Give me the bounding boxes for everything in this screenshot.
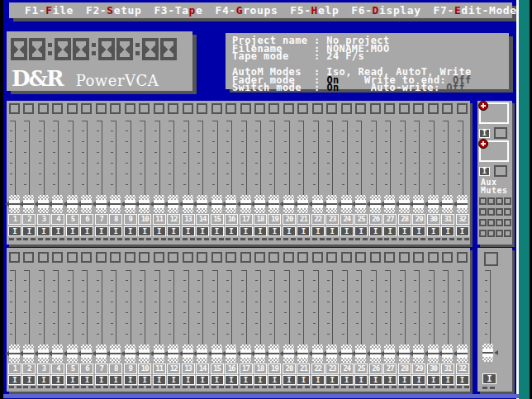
- channel-top-button[interactable]: [139, 252, 150, 263]
- channel-top-button[interactable]: [413, 252, 424, 263]
- channel-iso-button[interactable]: I: [354, 226, 368, 236]
- channel-iso-button[interactable]: I: [311, 226, 325, 236]
- fader-knob[interactable]: [23, 195, 34, 213]
- channel-top-button[interactable]: [154, 103, 164, 114]
- channel-top-button[interactable]: [428, 252, 439, 263]
- channel-top-button[interactable]: [370, 252, 381, 263]
- fader-knob[interactable]: [399, 195, 410, 213]
- fader-knob[interactable]: [110, 344, 121, 363]
- fader-knob[interactable]: [297, 195, 308, 213]
- channel-iso-button[interactable]: I: [37, 375, 50, 385]
- channel-top-button[interactable]: [81, 252, 92, 263]
- channel-iso-button[interactable]: I: [325, 375, 339, 385]
- fader-knob[interactable]: [211, 344, 222, 363]
- fader-knob[interactable]: [23, 344, 34, 363]
- channel-top-button[interactable]: [23, 103, 34, 114]
- channel-top-button[interactable]: [341, 103, 352, 114]
- channel-iso-button[interactable]: I: [8, 226, 21, 236]
- fader-knob[interactable]: [413, 195, 424, 213]
- channel-top-button[interactable]: [168, 252, 178, 263]
- channel-iso-button[interactable]: I: [138, 226, 151, 236]
- master-iso-button[interactable]: I: [482, 373, 496, 384]
- fader-knob[interactable]: [211, 195, 222, 213]
- fader-knob[interactable]: [96, 195, 107, 213]
- channel-top-button[interactable]: [183, 252, 193, 263]
- fader-knob[interactable]: [326, 344, 337, 363]
- channel-top-button[interactable]: [110, 252, 121, 263]
- channel-top-button[interactable]: [211, 103, 222, 114]
- channel-iso-button[interactable]: I: [225, 226, 238, 236]
- aux-mute-button[interactable]: [487, 197, 495, 205]
- channel-top-button[interactable]: [254, 103, 265, 114]
- fader-knob[interactable]: [268, 344, 279, 363]
- channel-iso-button[interactable]: I: [268, 375, 281, 385]
- menu-item-setup[interactable]: F2-Setup: [86, 4, 141, 17]
- channel-top-button[interactable]: [23, 252, 34, 263]
- group-select-button-2[interactable]: [494, 165, 507, 177]
- channel-iso-button[interactable]: I: [95, 375, 108, 385]
- channel-iso-button[interactable]: I: [8, 375, 21, 385]
- channel-top-button[interactable]: [9, 252, 20, 263]
- channel-top-button[interactable]: [125, 103, 135, 114]
- fader-knob[interactable]: [110, 195, 121, 213]
- channel-iso-button[interactable]: I: [311, 375, 325, 385]
- channel-iso-button[interactable]: I: [66, 375, 79, 385]
- channel-iso-button[interactable]: I: [340, 226, 354, 236]
- fader-knob[interactable]: [384, 344, 395, 363]
- channel-top-button[interactable]: [125, 252, 135, 263]
- channel-iso-button[interactable]: I: [80, 226, 93, 236]
- channel-top-button[interactable]: [197, 252, 207, 263]
- group-select-button-1[interactable]: [494, 127, 507, 139]
- channel-top-button[interactable]: [442, 252, 453, 263]
- channel-iso-button[interactable]: I: [225, 375, 238, 385]
- channel-iso-button[interactable]: I: [254, 375, 267, 385]
- channel-iso-button[interactable]: I: [167, 226, 180, 236]
- fader-knob[interactable]: [139, 195, 150, 213]
- channel-top-button[interactable]: [370, 103, 381, 114]
- fader-knob[interactable]: [81, 344, 92, 363]
- channel-top-button[interactable]: [38, 103, 49, 114]
- channel-top-button[interactable]: [355, 252, 366, 263]
- channel-top-button[interactable]: [168, 103, 178, 114]
- group-iso-button-2[interactable]: I: [479, 167, 490, 176]
- fader-knob[interactable]: [38, 344, 49, 363]
- fader-knob[interactable]: [226, 195, 236, 213]
- channel-top-button[interactable]: [52, 252, 63, 263]
- fader-knob[interactable]: [254, 344, 265, 363]
- channel-top-button[interactable]: [139, 103, 150, 114]
- channel-top-button[interactable]: [283, 103, 294, 114]
- channel-top-button[interactable]: [326, 252, 337, 263]
- channel-iso-button[interactable]: I: [297, 375, 310, 385]
- aux-mute-button[interactable]: [487, 208, 495, 216]
- channel-top-button[interactable]: [183, 103, 193, 114]
- channel-iso-button[interactable]: I: [254, 226, 267, 236]
- fader-knob[interactable]: [428, 195, 439, 213]
- channel-iso-button[interactable]: I: [427, 226, 440, 236]
- fader-knob[interactable]: [67, 344, 78, 363]
- fader-knob[interactable]: [312, 195, 323, 213]
- fader-knob[interactable]: [67, 195, 78, 213]
- channel-iso-button[interactable]: I: [268, 226, 281, 236]
- channel-top-button[interactable]: [428, 103, 439, 114]
- channel-top-button[interactable]: [211, 252, 222, 263]
- fader-knob[interactable]: [384, 195, 395, 213]
- aux-mute-button[interactable]: [487, 219, 495, 226]
- aux-mute-button[interactable]: [496, 230, 503, 237]
- fader-knob[interactable]: [38, 195, 49, 213]
- channel-top-button[interactable]: [399, 252, 410, 263]
- fader-knob[interactable]: [52, 344, 63, 363]
- channel-iso-button[interactable]: I: [441, 375, 454, 385]
- channel-top-button[interactable]: [110, 103, 121, 114]
- aux-mute-button[interactable]: [479, 219, 487, 226]
- fader-knob[interactable]: [9, 344, 20, 363]
- channel-iso-button[interactable]: I: [211, 226, 224, 236]
- fader-knob[interactable]: [96, 344, 107, 363]
- fader-knob[interactable]: [312, 344, 323, 363]
- channel-iso-button[interactable]: I: [211, 375, 224, 385]
- channel-top-button[interactable]: [312, 103, 323, 114]
- channel-top-button[interactable]: [226, 103, 236, 114]
- channel-iso-button[interactable]: I: [240, 226, 253, 236]
- fader-knob[interactable]: [125, 195, 135, 213]
- fader-knob[interactable]: [81, 195, 92, 213]
- fader-knob[interactable]: [183, 344, 193, 363]
